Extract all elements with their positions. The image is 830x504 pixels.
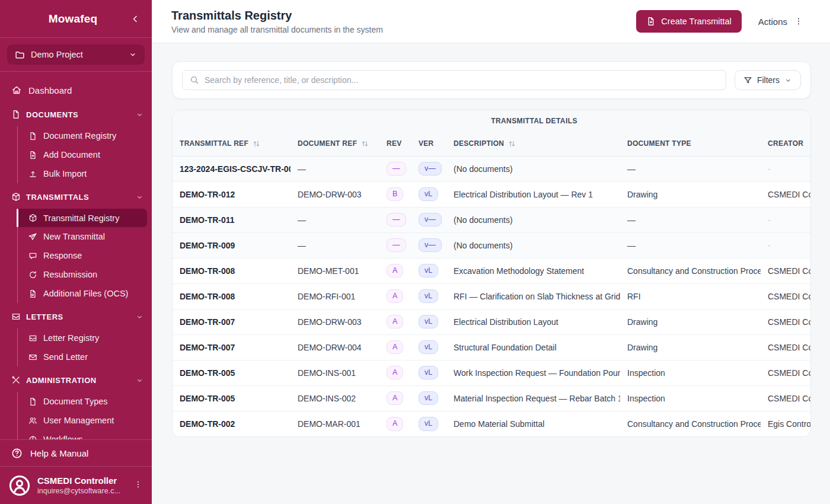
upload-icon: [28, 170, 37, 178]
filters-button[interactable]: Filters: [735, 70, 801, 90]
table-row[interactable]: DEMO-TR-002 DEMO-MAR-001 A vL Demo Mater…: [173, 411, 810, 436]
sidebar-item-transmittal-registry[interactable]: Transmittal Registry: [18, 209, 147, 227]
sidebar-collapse-button[interactable]: [130, 14, 140, 24]
funnel-icon: [743, 76, 752, 85]
user-account: CSMEDI Controller inquires@cytsoftware.c…: [0, 466, 152, 504]
section-label: DOCUMENTS: [26, 110, 78, 119]
sidebar-item-letter-registry[interactable]: Letter Registry: [18, 328, 147, 347]
cell-description: Demo Material Submittal: [446, 411, 620, 436]
cell-rev: A: [379, 360, 411, 385]
cell-ver: v—: [411, 232, 446, 258]
sidebar-section-transmittals[interactable]: TRANSMITTALS: [0, 186, 152, 208]
sidebar-item-dashboard[interactable]: Dashboard: [0, 79, 152, 101]
table-row[interactable]: DEMO-TR-007 DEMO-DRW-003 A vL Electrical…: [173, 309, 810, 334]
rev-badge: A: [387, 391, 403, 406]
sidebar-section-administration[interactable]: ADMINISTRATION: [0, 369, 152, 391]
sidebar-item-label: Send Letter: [43, 352, 88, 362]
document-icon: [11, 110, 21, 119]
table-scroll-container[interactable]: TRANSMITTAL DETAILS TRANSMITTAL REF DOCU…: [173, 110, 810, 436]
sidebar-item-help-manual[interactable]: Help & Manual: [0, 439, 152, 466]
sidebar-item-user-management[interactable]: User Management: [18, 411, 147, 430]
project-selector[interactable]: Demo Project: [7, 44, 145, 65]
create-transmittal-button[interactable]: Create Transmittal: [636, 10, 741, 33]
actions-button[interactable]: Actions: [758, 17, 803, 27]
sidebar-item-document-registry[interactable]: Document Registry: [18, 126, 147, 145]
cell-description: Material Inspection Request — Rebar Batc…: [446, 385, 620, 411]
user-email: inquires@cytsoftware.c...: [37, 487, 124, 495]
cell-document-ref: DEMO-RFI-001: [290, 283, 379, 309]
cell-document-ref: —: [290, 207, 379, 232]
page-content: Filters TRANSMITTAL DETAILS: [152, 43, 830, 437]
sidebar-item-add-document[interactable]: Add Document: [18, 145, 147, 164]
table-row[interactable]: DEMO-TR-005 DEMO-INS-001 A vL Work Inspe…: [173, 360, 810, 385]
sidebar-item-send-letter[interactable]: Send Letter: [18, 347, 147, 366]
sidebar-item-response[interactable]: Response: [18, 246, 147, 265]
column-header-creator: CREATOR: [761, 132, 810, 156]
cell-transmittal-ref: DEMO-TR-002: [173, 411, 290, 436]
table-row[interactable]: 123-2024-EGIS-CSCJV-TR-001 — — v— (No do…: [173, 156, 810, 181]
column-header-description[interactable]: DESCRIPTION: [446, 132, 620, 156]
cell-creator: -: [761, 232, 810, 258]
sidebar-item-bulk-import[interactable]: Bulk Import: [18, 164, 147, 183]
filters-label: Filters: [757, 75, 780, 85]
search-filter-bar: Filters: [172, 61, 811, 99]
cell-description: (No documents): [446, 232, 620, 258]
cell-creator: CSMEDI Controller: [761, 181, 810, 207]
rev-badge: —: [387, 162, 406, 176]
sidebar-item-workflows[interactable]: Workflows: [18, 430, 147, 439]
sidebar-item-new-transmittal[interactable]: New Transmittal: [18, 227, 147, 246]
column-header-rev: REV: [379, 132, 411, 156]
sidebar-section-documents[interactable]: DOCUMENTS: [0, 104, 152, 125]
cell-document-ref: —: [290, 232, 379, 258]
column-header-document-type: DOCUMENT TYPE: [620, 132, 761, 156]
cell-rev: A: [379, 283, 411, 309]
table-row[interactable]: DEMO-TR-009 — — v— (No documents) — -: [173, 232, 810, 258]
ver-badge: vL: [419, 187, 438, 202]
sidebar-item-document-types[interactable]: Document Types: [18, 392, 147, 411]
table-row[interactable]: DEMO-TR-007 DEMO-DRW-004 A vL Structural…: [173, 334, 810, 360]
table-row[interactable]: DEMO-TR-011 — — v— (No documents) — -: [173, 207, 810, 232]
sidebar-section-letters[interactable]: LETTERS: [0, 306, 152, 327]
app-logo: Mowafeq: [15, 12, 130, 25]
column-header-document-ref[interactable]: DOCUMENT REF: [290, 132, 379, 156]
cell-transmittal-ref: DEMO-TR-012: [173, 181, 290, 207]
cell-document-type: —: [620, 156, 761, 181]
sidebar-item-label: Bulk Import: [43, 169, 87, 178]
cell-document-type: Consultancy and Construction Process: [620, 258, 761, 283]
rev-badge: A: [387, 366, 403, 380]
sidebar-item-label: Resubmission: [43, 270, 97, 279]
section-label: ADMINISTRATION: [26, 376, 97, 385]
table-row[interactable]: DEMO-TR-005 DEMO-INS-002 A vL Material I…: [173, 385, 810, 411]
table-row[interactable]: DEMO-TR-012 DEMO-DRW-003 B vL Electrical…: [173, 181, 810, 207]
rev-badge: A: [387, 315, 403, 329]
inbox-icon: [11, 312, 21, 321]
cell-document-type: Consultancy and Construction Process: [620, 411, 761, 436]
package-icon: [11, 192, 21, 202]
chevron-down-icon: [136, 111, 143, 119]
document-icon: [28, 397, 37, 406]
table-row[interactable]: DEMO-TR-008 DEMO-MET-001 A vL Excavation…: [173, 258, 810, 283]
chevron-down-icon: [136, 313, 143, 321]
sidebar-item-label: Document Types: [43, 397, 108, 406]
sidebar-item-additional-files[interactable]: Additional Files (OCS): [18, 284, 147, 303]
search-input[interactable]: [205, 75, 719, 85]
cell-ver: vL: [411, 334, 446, 360]
user-name: CSMEDI Controller: [37, 476, 124, 487]
section-label: TRANSMITTALS: [26, 193, 89, 202]
page-header-titles: Transmittals Registry View and manage al…: [171, 9, 383, 34]
cell-document-ref: —: [290, 156, 379, 181]
user-menu-button[interactable]: [132, 477, 145, 494]
rev-badge: A: [387, 417, 403, 431]
cell-rev: A: [379, 411, 411, 436]
sidebar-item-resubmission[interactable]: Resubmission: [18, 265, 147, 284]
column-header-transmittal-ref[interactable]: TRANSMITTAL REF: [173, 132, 290, 156]
table-group-header-row: TRANSMITTAL DETAILS: [173, 110, 810, 132]
table-column-header-row: TRANSMITTAL REF DOCUMENT REF REV VER DES…: [173, 132, 810, 156]
cell-transmittal-ref: DEMO-TR-007: [173, 309, 290, 334]
sidebar-nav: Dashboard DOCUMENTS Document Registry Ad…: [0, 72, 152, 439]
document-icon: [28, 132, 37, 141]
ver-badge: vL: [419, 289, 438, 304]
cell-document-type: Drawing: [620, 181, 761, 207]
sidebar-item-label: User Management: [43, 416, 114, 425]
table-row[interactable]: DEMO-TR-008 DEMO-RFI-001 A vL RFI — Clar…: [173, 283, 810, 309]
